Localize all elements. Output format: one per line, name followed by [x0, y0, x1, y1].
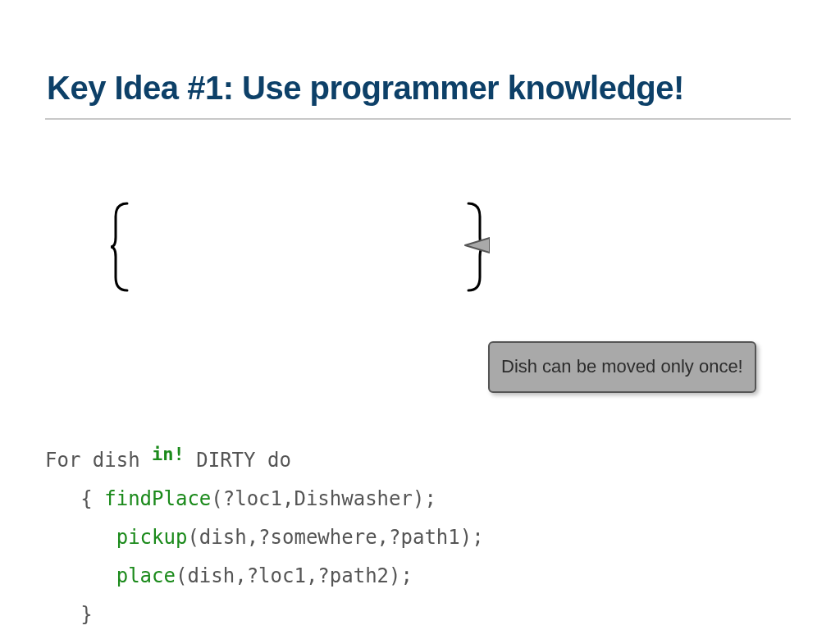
fn-findplace: findPlace — [104, 487, 211, 510]
title-rule — [45, 118, 791, 120]
code-text: (dish,?loc1,?path2); — [176, 564, 413, 587]
code-block: Dish can be moved only once! For dish in… — [45, 135, 791, 630]
svg-marker-0 — [465, 238, 490, 253]
highlight-box — [129, 207, 463, 287]
callout-tail-icon — [463, 235, 490, 256]
slide-title: Key Idea #1: Use programmer knowledge! — [47, 70, 791, 107]
code-text — [45, 526, 116, 549]
code-text: DIRTY do — [185, 449, 291, 472]
slide: Key Idea #1: Use programmer knowledge! D… — [0, 0, 840, 630]
callout-box: Dish can be moved only once! — [488, 341, 756, 393]
code-text: (?loc1,Dishwasher); — [211, 487, 436, 510]
callout-group: Dish can be moved only once! — [488, 226, 756, 470]
code-text: (dish,?somewhere,?path1); — [187, 526, 483, 549]
code-text: { — [45, 487, 104, 510]
left-brace-icon — [109, 200, 134, 294]
fn-pickup: pickup — [116, 526, 188, 549]
code-text: For dish — [45, 449, 152, 472]
fn-place: place — [116, 564, 176, 587]
keyword-in: in! — [152, 444, 185, 464]
code-text — [45, 564, 116, 587]
code-text: } — [45, 603, 93, 626]
